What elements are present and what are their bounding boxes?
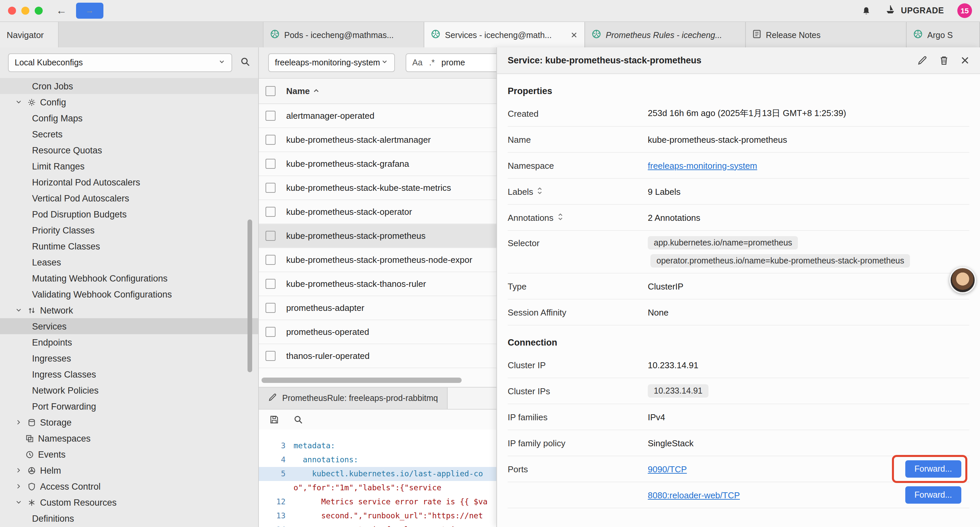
sidebar-item-port-forwarding[interactable]: Port Forwarding [0, 398, 258, 414]
row-checkbox[interactable] [266, 111, 275, 121]
service-name: kube-prometheus-stack-grafana [286, 159, 409, 169]
maximize-window-button[interactable] [35, 7, 43, 15]
sidebar-item-network[interactable]: Network [0, 302, 258, 318]
upgrade-button[interactable]: UPGRADE [885, 5, 944, 17]
sidebar-item-label: Config [40, 97, 66, 107]
property-row-cluster-ips: Cluster IPs 10.233.14.91 [508, 378, 969, 404]
tab-pods[interactable]: Pods - icecheng@mathmas... [264, 22, 424, 48]
port-link[interactable]: 9090/TCP [648, 464, 687, 474]
row-checkbox[interactable] [266, 351, 275, 361]
row-checkbox[interactable] [266, 327, 275, 337]
sidebar-item-validating-webhook-configurations[interactable]: Validating Webhook Configurations [0, 286, 258, 302]
tab-bar: Navigator Pods - icecheng@mathmas... Ser… [0, 22, 980, 49]
row-checkbox[interactable] [266, 135, 275, 145]
sidebar-item-events[interactable]: Events [0, 446, 258, 462]
editor-tab-prometheusrule[interactable]: PrometheusRule: freeleaps-prod-rabbitmq [259, 388, 448, 409]
name-column-header[interactable]: Name [286, 86, 320, 96]
sidebar-item-storage[interactable]: Storage [0, 414, 258, 430]
service-name: kube-prometheus-stack-kube-state-metrics [286, 183, 451, 193]
expand-collapse-icon[interactable] [537, 186, 543, 196]
sidebar-item-definitions[interactable]: Definitions [0, 510, 258, 526]
sidebar-item-pod-disruption-budgets[interactable]: Pod Disruption Budgets [0, 206, 258, 222]
gear-icon [26, 98, 37, 107]
sidebar-scrollbar[interactable] [248, 220, 252, 372]
namespace-select-value: freeleaps-monitoring-system [275, 58, 380, 67]
sidebar-item-vertical-pod-autoscalers[interactable]: Vertical Pod Autoscalers [0, 190, 258, 206]
titlebar: ← → UPGRADE 15 [0, 0, 980, 22]
name-column-label: Name [286, 86, 310, 96]
sidebar-item-leases[interactable]: Leases [0, 254, 258, 270]
close-window-button[interactable] [8, 7, 16, 15]
sidebar-item-label: Ingress Classes [32, 369, 96, 379]
horizontal-scrollbar-thumb[interactable] [261, 377, 461, 383]
details-body: Properties Created 253d 16h 6m ago (2025… [497, 83, 980, 508]
sidebar-item-endpoints[interactable]: Endpoints [0, 334, 258, 350]
property-label: Cluster IP [508, 360, 546, 370]
sidebar-item-services[interactable]: Services [0, 318, 258, 334]
kubeconfig-select[interactable]: Local Kubeconfigs [8, 53, 232, 72]
sidebar-item-runtime-classes[interactable]: Runtime Classes [0, 238, 258, 254]
forward-button[interactable]: → [76, 3, 103, 19]
edit-icon[interactable] [917, 56, 927, 65]
sidebar-item-config[interactable]: Config [0, 94, 258, 110]
sidebar-item-ingress-classes[interactable]: Ingress Classes [0, 366, 258, 382]
sidebar-item-helm[interactable]: Helm [0, 462, 258, 478]
sidebar-item-horizontal-pod-autoscalers[interactable]: Horizontal Pod Autoscalers [0, 174, 258, 190]
tab-services[interactable]: Services - icecheng@math... [424, 22, 585, 48]
avatar[interactable] [949, 267, 976, 293]
back-button[interactable]: ← [56, 5, 67, 16]
row-checkbox[interactable] [266, 231, 275, 241]
notification-count-badge[interactable]: 15 [957, 3, 972, 18]
delete-icon[interactable] [939, 56, 949, 65]
port-link[interactable]: 8080:reloader-web/TCP [648, 490, 740, 500]
sidebar-item-priority-classes[interactable]: Priority Classes [0, 222, 258, 238]
sidebar-item-ingresses[interactable]: Ingresses [0, 350, 258, 366]
sidebar-item-namespaces[interactable]: Namespaces [0, 430, 258, 446]
row-checkbox[interactable] [266, 159, 275, 169]
forward-button[interactable]: Forward... [905, 486, 961, 504]
sidebar-item-config-maps[interactable]: Config Maps [0, 110, 258, 126]
sidebar-item-network-policies[interactable]: Network Policies [0, 382, 258, 398]
sidebar-item-label: Access Control [40, 481, 101, 491]
row-checkbox[interactable] [266, 303, 275, 313]
minimize-window-button[interactable] [21, 7, 29, 15]
row-checkbox[interactable] [266, 207, 275, 217]
property-row-cluster-ip: Cluster IP 10.233.14.91 [508, 352, 969, 378]
sidebar-item-access-control[interactable]: Access Control [0, 478, 258, 494]
tab-label: Release Notes [766, 30, 899, 40]
namespace-select[interactable]: freeleaps-monitoring-system [268, 53, 395, 72]
tab-release-notes[interactable]: Release Notes [746, 22, 907, 48]
close-icon[interactable] [961, 56, 969, 65]
row-checkbox[interactable] [266, 279, 275, 289]
bell-icon[interactable] [862, 6, 872, 16]
save-icon[interactable] [267, 412, 282, 427]
line-number: 13 [259, 509, 294, 523]
sidebar-header: Local Kubeconfigs [0, 47, 258, 78]
navigator-tab[interactable]: Navigator [0, 22, 59, 48]
match-case-toggle[interactable]: Aa [412, 58, 423, 67]
property-row-ip-family-policy: IP family policy SingleStack [508, 430, 969, 456]
namespace-link[interactable]: freeleaps-monitoring-system [648, 161, 757, 170]
close-tab-icon[interactable] [570, 31, 578, 39]
row-checkbox[interactable] [266, 255, 275, 265]
sidebar-item-custom-resources[interactable]: Custom Resources [0, 494, 258, 510]
sidebar-item-resource-quotas[interactable]: Resource Quotas [0, 142, 258, 158]
chevron-right-icon [13, 467, 23, 474]
tab-argo[interactable]: Argo S [907, 22, 980, 48]
property-label: IP family policy [508, 438, 565, 448]
forward-button[interactable]: Forward... [905, 460, 961, 478]
select-all-checkbox[interactable] [266, 86, 275, 96]
expand-collapse-icon[interactable] [557, 212, 563, 223]
sidebar-item-limit-ranges[interactable]: Limit Ranges [0, 158, 258, 174]
sidebar-item-label: Endpoints [32, 337, 72, 347]
tab-prometheus-rules[interactable]: Prometheus Rules - icecheng... [585, 22, 746, 48]
row-checkbox[interactable] [266, 183, 275, 193]
sidebar-item-mutating-webhook-configurations[interactable]: Mutating Webhook Configurations [0, 270, 258, 286]
sidebar-item-cron-jobs[interactable]: Cron Jobs [0, 78, 258, 94]
regex-toggle[interactable]: .* [429, 58, 435, 67]
editor-search-icon[interactable] [291, 412, 305, 427]
sidebar-item-secrets[interactable]: Secrets [0, 126, 258, 142]
search-icon[interactable] [240, 57, 250, 69]
sidebar-item-label: Validating Webhook Configurations [32, 289, 172, 299]
helm-icon [26, 466, 37, 474]
